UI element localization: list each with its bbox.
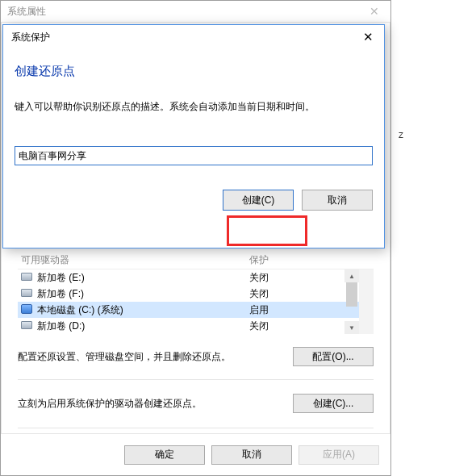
restore-point-name-input[interactable]: [15, 146, 373, 165]
separator: [18, 379, 374, 380]
dialog-button-bar: 确定 取消 应用(A): [1, 433, 390, 475]
drive-icon: [21, 288, 34, 299]
drive-name: 新加卷 (D:): [37, 319, 85, 333]
scroll-up-icon[interactable]: ▲: [344, 269, 359, 282]
drive-header-status: 保护: [249, 253, 370, 267]
drive-status: 关闭: [249, 319, 356, 333]
modal-button-bar: 创建(C) 取消: [15, 190, 373, 211]
configure-text: 配置还原设置、管理磁盘空间，并且删除还原点。: [18, 350, 293, 364]
modal-titlebar: 系统保护 ✕: [3, 25, 384, 49]
modal-body: 创建还原点 键入可以帮助你识别还原点的描述。系统会自动添加当前日期和时间。 创建…: [3, 64, 384, 211]
scroll-thumb[interactable]: [346, 282, 357, 307]
highlight-frame: [227, 215, 307, 246]
separator: [18, 428, 374, 428]
drive-header-name: 可用驱动器: [21, 253, 249, 267]
modal-create-button[interactable]: 创建(C): [223, 190, 294, 211]
drive-table-header: 可用驱动器 保护: [18, 253, 374, 269]
drive-list: 新加卷 (E:) 关闭 新加卷 (F:) 关闭 本地磁盘 (C:) (系统) 启…: [18, 269, 374, 334]
drive-name: 新加卷 (F:): [37, 287, 84, 301]
modal-heading: 创建还原点: [15, 64, 373, 79]
modal-title: 系统保护: [11, 31, 50, 44]
drive-row[interactable]: 新加卷 (E:) 关闭: [18, 269, 359, 286]
create-restore-point-dialog: 系统保护 ✕ 创建还原点 键入可以帮助你识别还原点的描述。系统会自动添加当前日期…: [2, 24, 385, 248]
create-row: 立刻为启用系统保护的驱动器创建还原点。 创建(C)...: [18, 394, 374, 413]
drive-icon: [21, 320, 34, 332]
scroll-down-icon[interactable]: ▼: [344, 321, 359, 334]
configure-button[interactable]: 配置(O)...: [293, 347, 374, 366]
modal-cancel-button[interactable]: 取消: [302, 190, 373, 211]
apply-button[interactable]: 应用(A): [299, 445, 379, 465]
configure-row: 配置还原设置、管理磁盘空间，并且删除还原点。 配置(O)...: [18, 347, 374, 366]
drive-status: 关闭: [249, 271, 356, 285]
parent-titlebar: 系统属性 ✕: [1, 1, 390, 22]
parent-close-icon[interactable]: ✕: [358, 1, 390, 22]
drive-status: 启用: [249, 303, 356, 317]
ok-button[interactable]: 确定: [124, 445, 205, 465]
drive-row[interactable]: 本地磁盘 (C:) (系统) 启用: [18, 302, 359, 318]
system-drive-icon: [21, 304, 34, 315]
drive-status: 关闭: [249, 287, 356, 301]
drive-table: 可用驱动器 保护 新加卷 (E:) 关闭 新加卷 (F:) 关闭 本地磁盘 (C…: [18, 253, 374, 334]
drive-row[interactable]: 新加卷 (F:) 关闭: [18, 286, 359, 302]
drive-name: 本地磁盘 (C:) (系统): [37, 303, 123, 317]
close-icon[interactable]: ✕: [352, 25, 384, 49]
drive-icon: [21, 272, 34, 283]
drive-name: 新加卷 (E:): [37, 271, 85, 285]
create-text: 立刻为启用系统保护的驱动器创建还原点。: [18, 397, 293, 411]
cancel-button[interactable]: 取消: [211, 445, 292, 465]
modal-description: 键入可以帮助你识别还原点的描述。系统会自动添加当前日期和时间。: [15, 100, 373, 114]
create-button[interactable]: 创建(C)...: [293, 394, 374, 413]
drive-row[interactable]: 新加卷 (D:) 关闭: [18, 318, 359, 334]
bg-char: z: [399, 129, 403, 140]
parent-window-title: 系统属性: [7, 6, 46, 17]
